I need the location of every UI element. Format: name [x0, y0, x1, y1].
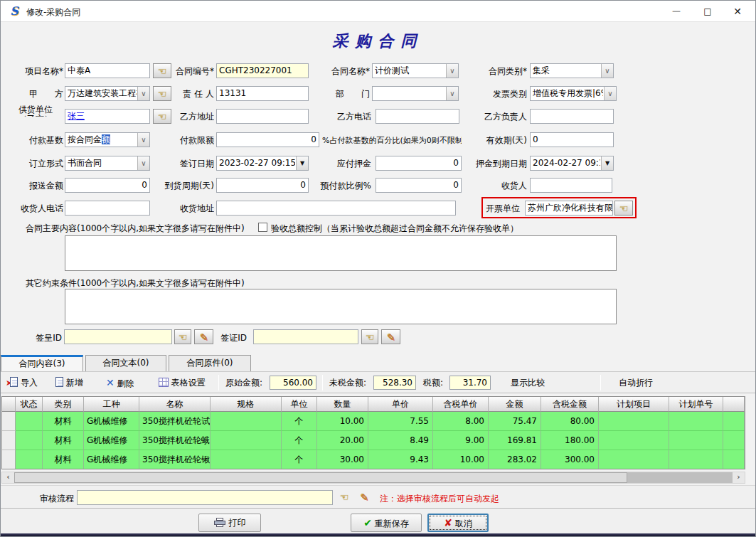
party-a-combo[interactable]: 万达建筑安装工程有 ∨ [65, 86, 150, 101]
scrollbar-thumb[interactable] [14, 472, 627, 483]
table-cell [599, 412, 669, 431]
table-cell: 75.47 [489, 412, 541, 431]
validity-field[interactable]: 0 [530, 132, 614, 147]
add-button[interactable]: 新增 [55, 375, 83, 391]
party-b-phone-label: 乙方电话 [324, 111, 371, 122]
chevron-down-icon[interactable]: ∨ [446, 87, 458, 100]
column-header[interactable]: 含税单价 [433, 397, 489, 412]
supplier-link[interactable]: 张三 [68, 111, 85, 121]
project-label: 项目名称* [8, 65, 63, 77]
horizontal-scrollbar[interactable]: ‹ › [1, 472, 745, 484]
cancel-button[interactable]: ✘取消 [427, 514, 489, 532]
column-header[interactable]: 计划项目 [599, 397, 669, 412]
print-button[interactable]: 打印 [198, 514, 261, 532]
invoice-unit-picker-hand-icon[interactable]: ☜ [614, 201, 633, 216]
import-button[interactable]: ➤ 导入 [6, 375, 38, 391]
table-row[interactable]: 材料G机械维修350搅拌机砼轮试个10.007.558.0075.4780.00 [2, 412, 745, 431]
row-selector[interactable] [2, 450, 16, 469]
invoice-unit-field[interactable]: 苏州广欣净化科技有限 [525, 201, 613, 216]
party-b-manager-field[interactable] [530, 109, 614, 124]
chevron-down-icon[interactable]: ∨ [446, 64, 458, 78]
qianzheng-id-field[interactable] [253, 329, 358, 344]
qiancheng-edit-pencil-icon[interactable]: ✎ [194, 329, 213, 344]
qiancheng-picker-hand-icon[interactable]: ☜ [174, 329, 191, 344]
prepay-ratio-field[interactable]: 0 [376, 178, 462, 193]
column-header[interactable]: 工种 [84, 397, 139, 412]
column-header[interactable]: 名称 [139, 397, 211, 412]
column-header[interactable]: 单位 [282, 397, 317, 412]
project-field[interactable]: 中泰A [65, 63, 150, 78]
invoice-type-combo[interactable]: 增值税专用发票|6% ∨ [530, 86, 617, 101]
calendar-dropdown-icon[interactable]: ▼ [296, 156, 308, 170]
chevron-down-icon[interactable]: ∨ [137, 87, 149, 100]
party-b-phone-field[interactable] [376, 109, 459, 124]
tab-contract-content[interactable]: 合同内容(3) [1, 355, 83, 371]
column-header[interactable]: 数量 [317, 397, 368, 412]
contract-category-label: 合同类别* [473, 65, 527, 77]
chevron-down-icon[interactable]: ∨ [137, 133, 149, 147]
column-header[interactable]: 状态 [16, 397, 43, 412]
minimize-button[interactable]: — [663, 1, 690, 22]
table-row[interactable]: 材料G机械维修350搅拌机砼轮蛾个20.008.499.00169.81180.… [2, 431, 745, 450]
tab-contract-text[interactable]: 合同文本(0) [85, 355, 166, 371]
table-cell [669, 450, 723, 469]
approval-picker-hand-icon[interactable]: ☜ [336, 490, 353, 505]
grid-settings-button[interactable]: 表格设置 [159, 375, 206, 391]
party-b-address-field[interactable] [216, 109, 309, 124]
column-header[interactable]: 单价 [368, 397, 433, 412]
close-button[interactable]: ✕ [724, 1, 751, 22]
column-header[interactable]: 计划单号 [669, 397, 723, 412]
consignee-field[interactable] [530, 178, 612, 193]
deposit-field[interactable]: 0 [376, 156, 462, 171]
column-header[interactable]: 规格 [211, 397, 282, 412]
row-selector[interactable] [2, 412, 16, 431]
delivery-cycle-field[interactable]: 0 [216, 178, 309, 193]
toolbar-separator [218, 375, 219, 390]
contract-name-combo[interactable]: 计价测试 ∨ [372, 63, 459, 78]
column-header[interactable]: 含税金额 [541, 397, 599, 412]
calendar-dropdown-icon[interactable]: ▼ [601, 156, 613, 170]
consignee-phone-field[interactable] [65, 201, 150, 216]
approval-flow-field[interactable] [77, 490, 333, 505]
scroll-right-icon[interactable]: › [733, 472, 745, 483]
untaxed-amount-value: 528.30 [373, 376, 416, 390]
acceptance-total-checkbox[interactable] [258, 223, 267, 232]
contract-category-combo[interactable]: 集采 ∨ [530, 63, 614, 78]
delivery-address-field[interactable] [216, 201, 456, 216]
supplier-field[interactable]: 张三 [65, 109, 150, 124]
form-type-combo[interactable]: 书面合同 ∨ [65, 156, 150, 171]
maximize-button[interactable]: □ [694, 1, 721, 22]
report-amount-field[interactable]: 0 [65, 178, 150, 193]
contract-no-field[interactable]: CGHT230227001 [216, 63, 309, 78]
responsible-field[interactable]: 13131 [216, 86, 309, 101]
tab-contract-original[interactable]: 合同原件(0) [169, 355, 251, 371]
deposit-label: 应付押金 [324, 158, 371, 169]
sign-date-picker[interactable]: 2023-02-27 09:15: ▼ [216, 156, 309, 171]
payment-limit-field[interactable]: 0 [216, 132, 319, 147]
qianzheng-picker-hand-icon[interactable]: ☜ [361, 329, 378, 344]
qiancheng-id-field[interactable] [64, 329, 172, 344]
main-content-textarea[interactable] [65, 235, 617, 271]
delete-button[interactable]: ✕ 删除 [106, 375, 134, 391]
delivery-address-label: 收货地址 [164, 203, 214, 214]
approval-panel: 审核流程 ☜ ✎ 注：选择审核流程后可自动发起 [1, 485, 755, 509]
column-header[interactable]: 金额 [489, 397, 541, 412]
qianzheng-edit-pencil-icon[interactable]: ✎ [381, 329, 400, 344]
chevron-down-icon[interactable]: ∨ [601, 64, 613, 78]
row-selector[interactable] [2, 431, 16, 450]
chevron-down-icon[interactable]: ∨ [137, 156, 149, 170]
chevron-down-icon[interactable]: ∨ [604, 87, 616, 100]
payment-base-combo[interactable]: 按合同金额 ∨ [65, 132, 150, 147]
scroll-left-icon[interactable]: ‹ [2, 472, 14, 483]
other-terms-textarea[interactable] [65, 289, 617, 324]
resave-button[interactable]: ✔重新保存 [351, 514, 422, 532]
approval-edit-pencil-icon[interactable]: ✎ [356, 490, 373, 505]
approval-flow-label: 审核流程 [36, 493, 74, 504]
table-row[interactable]: 材料G机械维修350搅拌机砼轮锹个30.009.4310.00283.02300… [2, 450, 745, 469]
deposit-due-picker[interactable]: 2024-02-27 09:15: ▼ [530, 156, 614, 171]
department-combo[interactable]: ∨ [372, 86, 459, 101]
compare-checkbox-label: 显示比较 [511, 375, 545, 391]
row-filler [723, 450, 745, 469]
payment-base-label: 付款基数 [8, 134, 63, 146]
column-header[interactable]: 类别 [43, 397, 84, 412]
